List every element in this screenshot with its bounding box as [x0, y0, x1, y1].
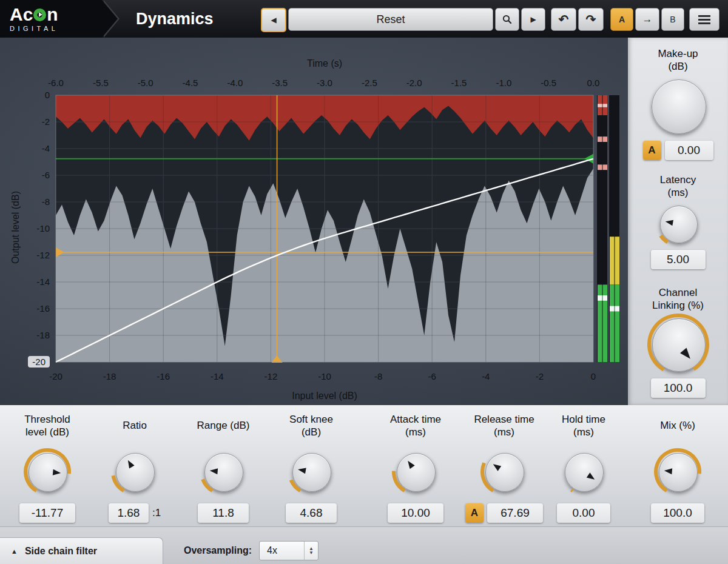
value-soft-knee[interactable]: 4.68 — [286, 503, 337, 523]
knob-attack-time[interactable] — [391, 448, 440, 496]
knob-pointer — [680, 347, 693, 361]
param-group-latency: Latency (ms)5.00 — [628, 172, 728, 269]
preset-name-display[interactable]: Reset — [288, 8, 493, 31]
knob-pointer — [491, 462, 501, 471]
oversampling-label: Oversampling: — [184, 545, 252, 556]
value-make-up[interactable]: 0.00 — [665, 141, 713, 160]
automation-badge-make-up[interactable]: A — [643, 141, 661, 160]
knob-value-arc — [656, 450, 699, 491]
value-range[interactable]: 11.8 — [198, 503, 249, 523]
knob-threshold-level[interactable] — [23, 448, 72, 496]
knob-value-arc — [113, 475, 124, 491]
value-ratio[interactable]: 1.68 — [109, 503, 149, 523]
menu-icon — [698, 15, 710, 24]
param-group-hold-time: Hold time (ms)0.00 — [541, 405, 626, 526]
brand-subtitle: DIGITAL — [10, 25, 102, 32]
preset-search-button[interactable] — [495, 8, 519, 31]
knob-value-arc — [649, 315, 707, 370]
previous-preset-button[interactable]: ◀ — [261, 8, 286, 32]
chevron-left-icon: ◀ — [271, 16, 276, 24]
undo-button[interactable]: ↶ — [551, 8, 576, 31]
knob-pointer — [587, 472, 596, 482]
knob-pointer — [664, 468, 672, 474]
automation-badge-release-time[interactable]: A — [465, 503, 484, 523]
knob-value-arc — [394, 471, 405, 491]
label-range: Range (dB) — [181, 410, 266, 441]
next-preset-button[interactable]: ▶ — [521, 8, 545, 31]
undo-redo-group: ↶ ↷ — [551, 8, 604, 31]
oversampling-value: 4x — [260, 545, 304, 556]
label-make-up: Make-up (dB) — [628, 46, 728, 74]
menu-button[interactable] — [689, 8, 720, 31]
side-chain-filter-toggle[interactable]: ▲ Side chain filter — [0, 537, 163, 564]
value-attack-time[interactable]: 10.00 — [388, 503, 443, 523]
param-group-attack-time: Attack time (ms)10.00 — [373, 405, 458, 526]
collapse-triangle-icon: ▲ — [11, 548, 18, 555]
label-ratio: Ratio — [92, 410, 177, 441]
brand-text-post: n — [47, 5, 58, 24]
param-group-release-time: Release time (ms)A67.69 — [462, 405, 547, 526]
value-release-time[interactable]: 67.69 — [487, 503, 543, 523]
knob-pointer — [53, 469, 61, 476]
knob-soft-knee[interactable] — [287, 448, 335, 496]
knob-value-arc — [203, 479, 212, 491]
arrow-right-icon: → — [642, 13, 653, 25]
side-chain-filter-label: Side chain filter — [25, 546, 97, 557]
knob-value-arc — [291, 480, 300, 491]
redo-icon: ↷ — [586, 12, 596, 27]
knob-mix[interactable] — [653, 448, 702, 496]
value-channel-linking[interactable]: 100.0 — [651, 378, 706, 398]
param-group-mix: Mix (%)100.0 — [635, 405, 720, 526]
knob-make-up[interactable] — [646, 74, 710, 138]
knob-hold-time[interactable] — [559, 448, 608, 496]
knob-pointer — [209, 468, 218, 474]
label-threshold-level: Threshold level (dB) — [5, 410, 90, 441]
label-channel-linking: Channel Linking (%) — [628, 285, 728, 313]
redo-button[interactable]: ↷ — [578, 8, 604, 31]
ab-copy-button[interactable]: → — [635, 8, 659, 31]
preset-bar: ◀ Reset ▶ — [261, 8, 545, 32]
knob-pointer — [297, 466, 306, 474]
transfer-and-level-graph[interactable] — [0, 38, 628, 405]
param-group-ratio: Ratio1.68:1 — [92, 405, 177, 526]
knob-channel-linking[interactable] — [647, 313, 710, 376]
dynamics-graph-panel[interactable]: Time (s) Input level (dB) Output level (… — [0, 38, 628, 405]
knob-latency[interactable] — [655, 200, 702, 247]
label-soft-knee: Soft knee (dB) — [269, 410, 354, 441]
param-group-channel-linking: Channel Linking (%)100.0 — [628, 285, 728, 398]
value-latency[interactable]: 5.00 — [651, 250, 706, 269]
parameter-knob-row: Threshold level (dB)-11.77Ratio1.68:1Ran… — [0, 405, 728, 526]
knob-value-arc — [482, 463, 493, 491]
ab-slot-a-button[interactable]: A — [610, 8, 633, 31]
ab-slot-b-button[interactable]: B — [661, 8, 684, 31]
logo-divider — [102, 0, 118, 38]
chevron-right-icon: ▶ — [530, 15, 536, 24]
knob-value-arc — [571, 490, 573, 491]
footer-bar: ▲ Side chain filter Oversampling: 4x ▲ ▼ — [0, 526, 728, 564]
label-attack-time: Attack time (ms) — [373, 410, 458, 441]
value-mix[interactable]: 100.0 — [651, 503, 704, 523]
dynamics-plugin-window: Acn DIGITAL Dynamics ◀ Reset ▶ ↶ ↷ A → B — [0, 0, 728, 564]
param-group-threshold-level: Threshold level (dB)-11.77 — [5, 405, 90, 526]
plugin-title: Dynamics — [136, 10, 214, 29]
spin-down-icon[interactable]: ▼ — [309, 551, 314, 555]
oversampling-select[interactable]: 4x ▲ ▼ — [259, 541, 318, 560]
knob-ratio[interactable] — [110, 448, 159, 496]
knob-range[interactable] — [199, 448, 248, 496]
param-group-make-up: Make-up (dB)A0.00 — [628, 46, 728, 160]
value-hold-time[interactable]: 0.00 — [557, 503, 610, 523]
knob-release-time[interactable] — [480, 448, 528, 496]
oversampling-control: Oversampling: 4x ▲ ▼ — [184, 542, 318, 560]
brand-text-pre: Ac — [10, 5, 33, 24]
spinner-arrows-icon[interactable]: ▲ ▼ — [304, 542, 318, 560]
knob-value-arc — [661, 236, 668, 243]
param-group-soft-knee: Soft knee (dB)4.68 — [269, 405, 354, 526]
undo-icon: ↶ — [559, 12, 569, 27]
knob-pointer — [126, 458, 135, 468]
knob-pointer — [664, 219, 673, 226]
knob-value-arc — [25, 450, 69, 491]
header-bar: Acn DIGITAL Dynamics ◀ Reset ▶ ↶ ↷ A → B — [0, 0, 728, 38]
label-mix: Mix (%) — [635, 410, 720, 441]
acon-digital-logo: Acn DIGITAL — [0, 0, 102, 38]
value-threshold-level[interactable]: -11.77 — [19, 503, 75, 523]
